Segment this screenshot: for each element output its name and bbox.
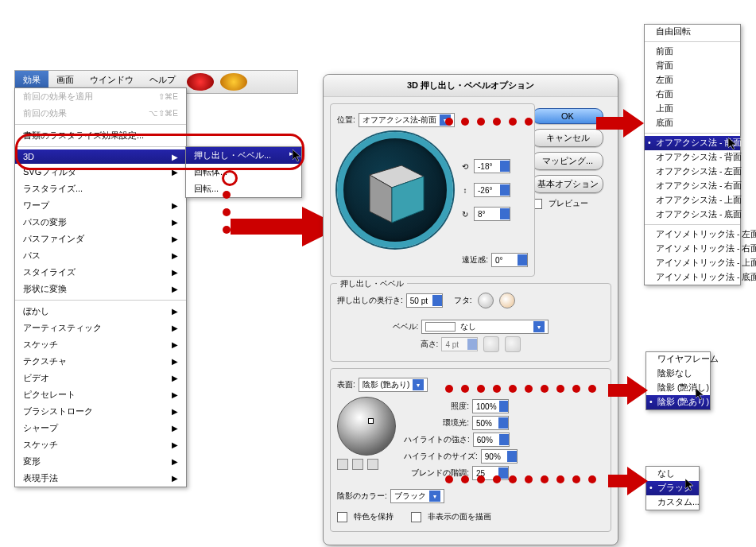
shade-custom[interactable]: カスタム... [646, 495, 699, 510]
pos-iso-left[interactable]: アイソメトリック法 - 左面 [645, 227, 740, 242]
item-svg-filter[interactable]: SVGフィルタ▶ [15, 164, 186, 180]
item-pixelate[interactable]: ピクセレート▶ [15, 386, 186, 403]
cap-label: フタ: [454, 295, 472, 306]
highlight-size-field[interactable]: 90% [481, 449, 518, 464]
item-brush[interactable]: ブラシストローク▶ [15, 403, 186, 420]
item-sharpen[interactable]: シャープ▶ [15, 420, 186, 436]
app-icon-1 [187, 73, 214, 91]
item-render[interactable]: 表現手法▶ [15, 470, 186, 487]
effect-menu: 前回の効果を適用⇧⌘E 前回の効果⌥⇧⌘E 書類のラスタライズ効果設定... 3… [14, 87, 187, 487]
surf-wireframe[interactable]: ワイヤフレーム [646, 352, 710, 367]
item-last-effect: 前回の効果⌥⇧⌘E [15, 105, 186, 122]
item-sketch[interactable]: スケッチ▶ [15, 336, 186, 353]
more-options-button[interactable]: 基本オプション [532, 175, 603, 193]
item-warp[interactable]: ワープ▶ [15, 197, 186, 214]
pos-back[interactable]: 背面 [645, 59, 740, 73]
shade-color-dropdown[interactable]: ブラック▾ [390, 489, 444, 503]
item-texture[interactable]: テクスチャ▶ [15, 353, 186, 370]
extrude-depth-field[interactable]: 50 pt [406, 293, 443, 308]
item-blur[interactable]: ぼかし▶ [15, 303, 186, 320]
pos-off-top[interactable]: オフアクシス法 - 上面 [645, 193, 740, 208]
height-label: 高さ: [421, 339, 439, 350]
light-delete-icon[interactable] [367, 459, 378, 470]
light-new-icon[interactable] [352, 459, 363, 470]
item-distort[interactable]: パスの変形▶ [15, 214, 186, 231]
extrude-depth-label: 押し出しの奥行き: [337, 295, 403, 306]
item-convert-shape[interactable]: 形状に変換▶ [15, 281, 186, 297]
surface-label: 表面: [337, 379, 355, 390]
pos-iso-top[interactable]: アイソメトリック法 - 上面 [645, 256, 740, 270]
sub-extrude-bevel[interactable]: 押し出し・ベベル...▸ [186, 147, 301, 164]
svg-marker-10 [685, 479, 693, 491]
surf-none[interactable]: 陰影なし [646, 367, 710, 381]
light-handle[interactable] [368, 418, 374, 424]
item-stylize2[interactable]: スケッチ▶ [15, 436, 186, 453]
pos-iso-bottom[interactable]: アイソメトリック法 - 底面 [645, 270, 740, 285]
position-dropdown[interactable]: オフアクシス法-前面▾ [359, 113, 455, 127]
pos-right[interactable]: 右面 [645, 87, 740, 102]
position-label: 位置: [337, 114, 355, 126]
popup-position-presets: 自由回転 前面 背面 左面 右面 上面 底面 オフアクシス法 - 前面 オフアク… [644, 24, 741, 285]
item-rasterize[interactable]: ラスタライズ... [15, 180, 186, 197]
bevel-dropdown[interactable]: なし ▾ [421, 320, 549, 334]
group-surface: 表面: 陰影 (艶あり)▾ 照度:100% 環境光:50% [330, 368, 611, 532]
blend-field[interactable]: 25 [472, 466, 509, 480]
pos-bottom[interactable]: 底面 [645, 116, 740, 130]
item-3d[interactable]: 3D▶ [15, 149, 186, 164]
pos-left[interactable]: 左面 [645, 73, 740, 87]
group-extrude-bevel: 押し出し・ベベル 押し出しの奥行き: 50 pt フタ: ベベル: なし ▾ 高… [330, 283, 611, 362]
light-sphere-widget[interactable] [337, 397, 396, 456]
height-field[interactable]: 4 pt [441, 337, 478, 351]
ok-button[interactable]: OK [532, 108, 603, 124]
shade-color-label: 陰影のカラー: [337, 491, 387, 502]
perspective-field[interactable]: 0° [491, 253, 528, 267]
cap-on-icon[interactable] [478, 293, 494, 308]
map-art-button[interactable]: マッピング... [532, 152, 603, 170]
preserve-spot-checkbox[interactable] [337, 512, 347, 522]
item-video[interactable]: ビデオ▶ [15, 370, 186, 386]
pos-off-bottom[interactable]: オフアクシス法 - 底面 [645, 208, 740, 222]
svg-marker-9 [696, 388, 704, 400]
item-pathfinder[interactable]: パスファインダ▶ [15, 231, 186, 247]
surface-dropdown[interactable]: 陰影 (艶あり)▾ [359, 378, 428, 392]
pos-iso-right[interactable]: アイソメトリック法 - 右面 [645, 242, 740, 256]
angle-x-field[interactable]: -18° [474, 159, 510, 173]
sub-revolve[interactable]: 回転体... [186, 164, 301, 180]
angle-z-field[interactable]: 8° [474, 207, 510, 221]
rotation-cube-widget[interactable] [337, 132, 453, 248]
bevel-out-icon[interactable] [505, 336, 521, 352]
app-icon-2 [220, 73, 247, 91]
intensity-field[interactable]: 100% [472, 399, 509, 413]
item-distort2[interactable]: 変形▶ [15, 453, 186, 470]
group-position: 位置: オフアクシス法-前面▾ ⟲-18° ↕-26° ↻8° [330, 103, 535, 277]
pos-off-back[interactable]: オフアクシス法 - 背面 [645, 150, 740, 165]
dialog-title: 3D 押し出し・ベベルオプション [324, 75, 618, 97]
item-path[interactable]: パス▶ [15, 247, 186, 264]
cursor-icon-2 [728, 138, 738, 150]
draw-hidden-checkbox[interactable] [411, 512, 421, 522]
pos-front[interactable]: 前面 [645, 45, 740, 59]
item-stylize[interactable]: スタイライズ▶ [15, 264, 186, 281]
highlight-int-field[interactable]: 60% [473, 433, 510, 447]
cursor-icon-4 [685, 479, 695, 491]
item-apply-last: 前回の効果を適用⇧⌘E [15, 88, 186, 105]
bevel-label: ベベル: [393, 321, 419, 332]
pos-off-left[interactable]: オフアクシス法 - 左面 [645, 165, 740, 179]
sub-rotate[interactable]: 回転... [186, 180, 301, 197]
pos-top[interactable]: 上面 [645, 102, 740, 116]
dialog-3d-extrude: 3D 押し出し・ベベルオプション OK キャンセル マッピング... 基本オプシ… [323, 74, 618, 545]
pos-off-right[interactable]: オフアクシス法 - 右面 [645, 179, 740, 193]
light-back-icon[interactable] [337, 459, 348, 470]
bevel-in-icon[interactable] [483, 336, 499, 352]
ambient-field[interactable]: 50% [472, 416, 509, 430]
item-artistic[interactable]: アーティスティック▶ [15, 320, 186, 336]
cancel-button[interactable]: キャンセル [532, 129, 603, 147]
item-rasterize-settings[interactable]: 書類のラスタライズ効果設定... [15, 127, 186, 144]
popup-surface-type: ワイヤフレーム 陰影なし 陰影 (艶消し) 陰影 (艶あり) [646, 351, 711, 410]
cap-off-icon[interactable] [499, 293, 515, 308]
angle-y-field[interactable]: -26° [474, 183, 510, 197]
pos-off-front[interactable]: オフアクシス法 - 前面 [645, 136, 740, 150]
pos-free-rotate[interactable]: 自由回転 [645, 25, 740, 39]
svg-marker-8 [728, 138, 736, 149]
submenu-3d: 押し出し・ベベル...▸ 回転体... 回転... [185, 146, 302, 198]
